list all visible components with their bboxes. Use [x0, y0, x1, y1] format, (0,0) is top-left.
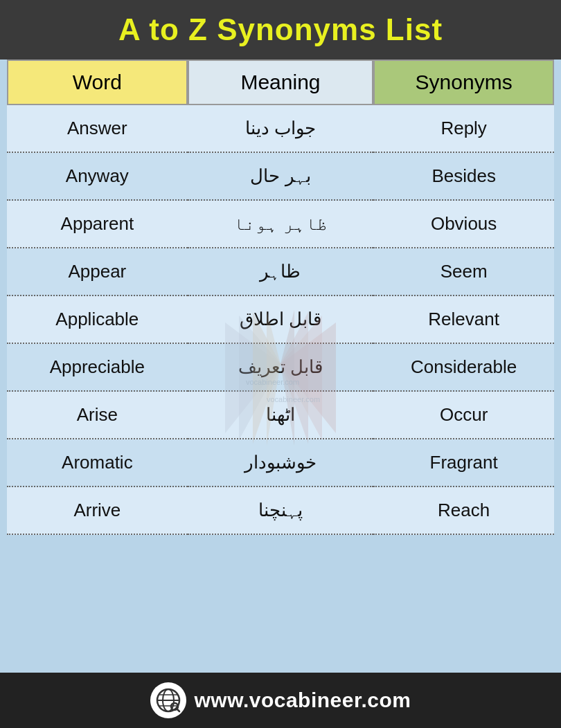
- table-header: Word Meaning Synonyms: [7, 60, 554, 105]
- header-meaning: Meaning: [188, 60, 374, 105]
- cell-synonym: Seem: [373, 248, 554, 296]
- cell-synonym: Reply: [373, 105, 554, 153]
- cell-meaning: جواب دینا: [188, 105, 374, 153]
- cell-meaning: قابل تعریف: [188, 344, 374, 392]
- table-row: Appreciableقابل تعریفConsiderable: [7, 344, 554, 392]
- cell-word: Applicable: [7, 296, 188, 344]
- table-row: ArriveپہنچناReach: [7, 487, 554, 535]
- page-title: A to Z Synonyms List: [7, 12, 554, 47]
- cell-synonym: Obvious: [373, 201, 554, 248]
- cell-synonym: Reach: [373, 487, 554, 535]
- table-row: Anywayبہر حالBesides: [7, 153, 554, 201]
- cell-word: Answer: [7, 105, 188, 153]
- cell-meaning: خوشبودار: [188, 439, 374, 487]
- footer: www.vocabineer.com: [0, 673, 561, 728]
- cell-meaning: پہنچنا: [188, 487, 374, 535]
- cell-word: Appear: [7, 248, 188, 296]
- title-bar: A to Z Synonyms List: [0, 0, 561, 60]
- table-row: Answerجواب دیناReply: [7, 105, 554, 153]
- header-synonyms: Synonyms: [373, 60, 554, 105]
- cell-word: Appreciable: [7, 344, 188, 392]
- footer-url: www.vocabineer.com: [195, 689, 411, 712]
- cell-word: Apparent: [7, 201, 188, 248]
- header-word: Word: [7, 60, 188, 105]
- table-row: AppearظاہرSeem: [7, 248, 554, 296]
- table-row: AriseاٹھناOccur: [7, 392, 554, 439]
- table-row: Applicableقابل اطلاقRelevant: [7, 296, 554, 344]
- svg-line-16: [177, 709, 179, 711]
- cell-word: Arrive: [7, 487, 188, 535]
- cell-meaning: ظاہر: [188, 248, 374, 296]
- www-icon: [150, 682, 186, 718]
- cell-word: Aromatic: [7, 439, 188, 487]
- synonyms-table: Word Meaning Synonyms Answerجواب دیناRep…: [7, 60, 554, 535]
- table-row: Apparentظاہر ہوناObvious: [7, 201, 554, 248]
- cell-meaning: اٹھنا: [188, 392, 374, 439]
- cell-meaning: ظاہر ہونا: [188, 201, 374, 248]
- cell-meaning: بہر حال: [188, 153, 374, 201]
- cell-synonym: Relevant: [373, 296, 554, 344]
- cell-synonym: Occur: [373, 392, 554, 439]
- cell-word: Anyway: [7, 153, 188, 201]
- cell-synonym: Considerable: [373, 344, 554, 392]
- cell-synonym: Besides: [373, 153, 554, 201]
- cell-synonym: Fragrant: [373, 439, 554, 487]
- cell-word: Arise: [7, 392, 188, 439]
- cell-meaning: قابل اطلاق: [188, 296, 374, 344]
- table-row: AromaticخوشبودارFragrant: [7, 439, 554, 487]
